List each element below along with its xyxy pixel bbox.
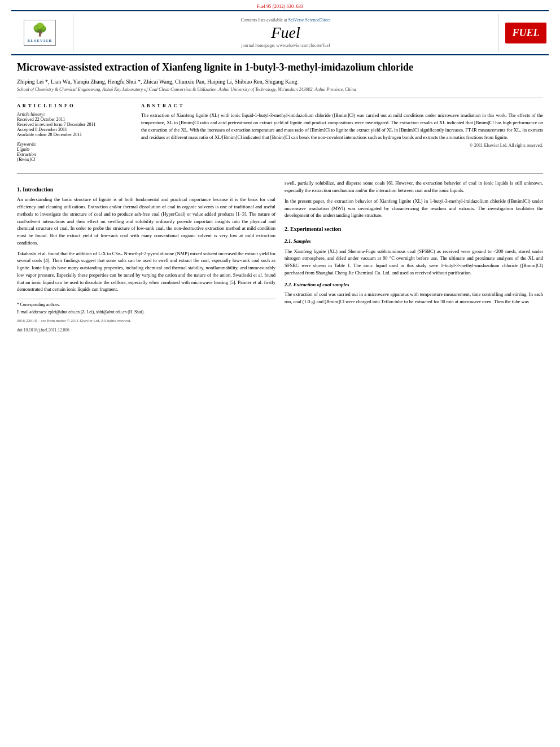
issn-text: 0016-2361/$ – see front matter © 2011 El… (17, 318, 131, 323)
body-section: 1. Introduction An understanding the bas… (17, 180, 543, 333)
sciverse-line: Contents lists available at SciVerse Sci… (241, 18, 331, 23)
body-col-left: 1. Introduction An understanding the bas… (17, 180, 275, 333)
journal-title-block: Contents lists available at SciVerse Sci… (73, 14, 498, 52)
article-container: Microwave-assisted extraction of Xianfen… (0, 61, 560, 333)
journal-name: Fuel (271, 24, 300, 42)
citation-bar: Fuel 95 (2012) 630–633 (0, 0, 560, 10)
keyword-3: [Bmim]Cl (17, 157, 130, 162)
footnote-area: * Corresponding authors. E-mail addresse… (17, 299, 275, 316)
section1-paragraph2: Takahashi et al. found that the addition… (17, 250, 275, 294)
journal-header: 🌳 ELSEVIER Contents lists available at S… (11, 10, 549, 55)
citation-text: Fuel 95 (2012) 630–633 (257, 3, 303, 9)
section1-paragraph1: An understanding the basic structure of … (17, 196, 275, 246)
received-date: Received 22 October 2011 (17, 117, 130, 122)
abstract-text: The extraction of Xianfeng lignite (XL) … (141, 112, 543, 141)
elsevier-text: ELSEVIER (28, 38, 52, 43)
tree-icon: 🌳 (28, 23, 52, 37)
section2-2-heading: 2.2. Extraction of coal samples (285, 281, 543, 289)
affiliation: School of Chemistry & Chemical Engineeri… (17, 87, 543, 92)
received-revised-date: Received in revised form 7 December 2011 (17, 122, 130, 127)
article-title: Microwave-assisted extraction of Xianfen… (17, 61, 543, 74)
keyword-1: Lignite (17, 147, 130, 152)
section2-1-heading: 2.1. Samples (285, 238, 543, 246)
footnote-emails: E-mail addresses: zplei@ahut.edu.cn (Z. … (17, 309, 275, 315)
section2-1-text: The Xianfeng lignite (XL) and Shenmu-Fug… (285, 248, 543, 277)
fuel-logo-box: FUEL (498, 14, 549, 52)
copyright: © 2011 Elsevier Ltd. All rights reserved… (141, 143, 543, 148)
keyword-2: Extraction (17, 152, 130, 157)
elsevier-logo: 🌳 ELSEVIER (11, 14, 73, 52)
history-label: Article history: (17, 112, 130, 117)
section1-col2-p1: swell, partially solubilize, and dispers… (285, 180, 543, 194)
article-info: A R T I C L E I N F O Article history: R… (17, 103, 130, 167)
keywords-list: Lignite Extraction [Bmim]Cl (17, 147, 130, 162)
abstract-heading: A B S T R A C T (141, 103, 543, 108)
fuel-logo: FUEL (505, 23, 546, 43)
sciverse-link[interactable]: SciVerse ScienceDirect (288, 18, 331, 23)
keywords-section: Keywords: Lignite Extraction [Bmim]Cl (17, 142, 130, 162)
logo-box: 🌳 ELSEVIER (24, 20, 56, 46)
article-meta-section: A R T I C L E I N F O Article history: R… (17, 103, 543, 167)
accepted-date: Accepted 8 December 2011 (17, 127, 130, 132)
abstract-section: A B S T R A C T The extraction of Xianfe… (141, 103, 543, 167)
authors-line: Zhiping Lei *, Lian Wu, Yanqiu Zhang, He… (17, 78, 543, 85)
doi-text: doi:10.1016/j.fuel.2011.12.006 (17, 327, 69, 333)
section2-2-text: The extraction of coal was carried out i… (285, 291, 543, 305)
journal-homepage: journal homepage: www.elsevier.com/locat… (242, 43, 330, 48)
available-online-date: Available online 28 December 2011 (17, 132, 130, 137)
divider-1 (17, 98, 543, 98)
divider-2 (17, 173, 543, 174)
body-col-right: swell, partially solubilize, and dispers… (285, 180, 543, 333)
article-info-heading: A R T I C L E I N F O (17, 103, 130, 108)
sciverse-prefix: Contents lists available at (241, 18, 288, 23)
keywords-label: Keywords: (17, 142, 130, 147)
section1-heading: 1. Introduction (17, 185, 275, 194)
article-history: Article history: Received 22 October 201… (17, 112, 130, 137)
authors-text: Zhiping Lei *, Lian Wu, Yanqiu Zhang, He… (17, 78, 298, 85)
section1-col2-p2: In the present paper, the extraction beh… (285, 198, 543, 219)
doi-bar: doi:10.1016/j.fuel.2011.12.006 (17, 327, 275, 333)
section2-heading: 2. Experimental section (285, 225, 543, 233)
issn-bar: 0016-2361/$ – see front matter © 2011 El… (17, 318, 275, 324)
footnote-corresponding: * Corresponding authors. (17, 302, 275, 308)
